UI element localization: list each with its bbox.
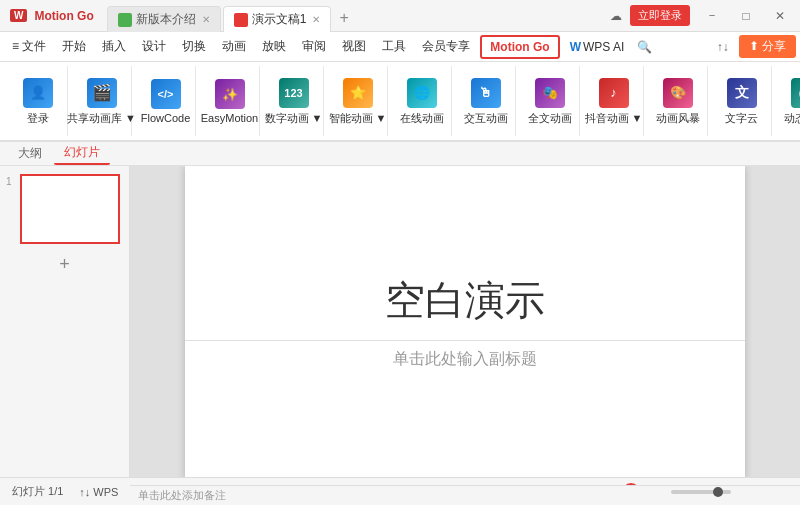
smart-icon: ⭐ (342, 77, 374, 109)
ribbon-group-tiktok: ♪ 抖音动画 ▼ (584, 66, 644, 136)
cloud-icon[interactable]: ☁ (604, 4, 628, 28)
wps-status[interactable]: ↑↓ WPS (75, 484, 122, 500)
wps-ai-label: WPS AI (583, 40, 624, 54)
menu-start[interactable]: 开始 (54, 34, 94, 59)
ribbon-interact-label: 交互动画 (464, 111, 508, 126)
tab-intro-label: 新版本介绍 (136, 11, 196, 28)
ribbon-group-smart: ⭐ 智能动画 ▼ (328, 66, 388, 136)
digit-icon: 123 (278, 77, 310, 109)
smart-icon-box: ⭐ (343, 78, 373, 108)
slide-thumbnail-1[interactable]: 1 (20, 174, 121, 244)
tab-ppt-label: 演示文稿1 (252, 11, 307, 28)
ribbon-group-animstyle: 🎨 动画风暴 (648, 66, 708, 136)
tab-intro[interactable]: 新版本介绍 ✕ (107, 6, 221, 32)
note-bar[interactable]: 单击此处添加备注 (130, 485, 800, 505)
share-icon: ⬆ (749, 39, 759, 53)
ribbon-smart-label: 智能动画 ▼ (329, 111, 387, 126)
slide-thumb-img-1[interactable] (20, 174, 120, 244)
menu-design[interactable]: 设计 (134, 34, 174, 59)
tiktok-icon: ♪ (598, 77, 630, 109)
view-tab-slides[interactable]: 幻灯片 (54, 142, 110, 165)
ribbon-flowcode-btn[interactable]: </> FlowCode (136, 75, 196, 127)
add-tab-button[interactable]: + (333, 5, 354, 31)
motion-go-button[interactable]: Motion Go (480, 35, 559, 59)
view-tab-outline[interactable]: 大纲 (8, 143, 52, 164)
login-label: 立即登录 (638, 9, 682, 21)
ribbon-group-login: 👤 登录 (8, 66, 68, 136)
wps-label: WPS (93, 486, 118, 498)
menu-vip[interactable]: 会员专享 (414, 34, 478, 59)
slide-count-label: 幻灯片 1/1 (12, 484, 63, 499)
ribbon-full-btn[interactable]: 🎭 全文动画 (523, 74, 577, 129)
wps-ai-button[interactable]: W WPS AI (562, 37, 633, 57)
ribbon-digit-label: 数字动画 ▼ (265, 111, 323, 126)
ribbon-animbg-label: 动态着板 (784, 111, 801, 126)
slide-subtitle[interactable]: 单击此处输入副标题 (393, 349, 537, 370)
tab-intro-close[interactable]: ✕ (202, 14, 210, 25)
ribbon-digit-btn[interactable]: 123 数字动画 ▼ (260, 74, 328, 129)
ribbon-interact-btn[interactable]: 🖱 交互动画 (459, 74, 513, 129)
share-lib-icon: 🎬 (86, 77, 118, 109)
online-icon-box: 🌐 (407, 78, 437, 108)
interact-icon: 🖱 (470, 77, 502, 109)
canvas-area: 空白演示 单击此处输入副标题 (130, 166, 800, 477)
tab-ppt-close[interactable]: ✕ (312, 14, 320, 25)
menu-file[interactable]: ≡ 文件 (4, 34, 54, 59)
ribbon-group-wordcloud: 文 文字云 (712, 66, 772, 136)
flowcode-icon: </> (150, 78, 182, 110)
menu-switch[interactable]: 切换 (174, 34, 214, 59)
ribbon-login-label: 登录 (27, 111, 49, 126)
ribbon-animstyle-label: 动画风暴 (656, 111, 700, 126)
ribbon-wordcloud-btn[interactable]: 文 文字云 (718, 74, 766, 129)
menu-slideshow[interactable]: 放映 (254, 34, 294, 59)
zoom-slider[interactable] (671, 490, 731, 494)
menu-bar: ≡ 文件 开始 插入 设计 切换 动画 放映 审阅 视图 工具 会员专享 Mot… (0, 32, 800, 62)
ribbon-tiktok-btn[interactable]: ♪ 抖音动画 ▼ (580, 74, 648, 129)
menu-review[interactable]: 审阅 (294, 34, 334, 59)
ribbon-login-btn[interactable]: 👤 登录 (14, 74, 62, 129)
interact-icon-box: 🖱 (471, 78, 501, 108)
ribbon-animstyle-btn[interactable]: 🎨 动画风暴 (651, 74, 705, 129)
ribbon-group-share-lib: 🎬 共享动画库 ▼ (72, 66, 132, 136)
ribbon-group-digit: 123 数字动画 ▼ (264, 66, 324, 136)
slide-title[interactable]: 空白演示 (385, 273, 545, 328)
share-label: 分享 (762, 39, 786, 53)
menu-view[interactable]: 视图 (334, 34, 374, 59)
tab-ppt-icon (234, 13, 248, 27)
main-area: 1 + 空白演示 单击此处输入副标题 (0, 166, 800, 477)
note-placeholder: 单击此处添加备注 (138, 488, 226, 503)
easymotion-icon-box: ✨ (215, 79, 245, 109)
share-button[interactable]: ⬆ 分享 (739, 35, 796, 58)
ribbon-easymotion-btn[interactable]: ✨ EasyMotion (196, 75, 263, 127)
add-slide-button[interactable]: + (53, 252, 77, 276)
menu-animation[interactable]: 动画 (214, 34, 254, 59)
ribbon-share-lib-btn[interactable]: 🎬 共享动画库 ▼ (62, 74, 141, 129)
tab-ppt[interactable]: 演示文稿1 ✕ (223, 6, 332, 32)
title-bar: W Motion Go 新版本介绍 ✕ 演示文稿1 ✕ + ☁ 立即登录 － □… (0, 0, 800, 32)
slide-count: 幻灯片 1/1 (8, 482, 67, 501)
app-name: Motion Go (30, 8, 97, 24)
ribbon: 👤 登录 🎬 共享动画库 ▼ </> FlowCode ✨ EasyMotion (0, 62, 800, 142)
close-button[interactable]: ✕ (764, 4, 796, 28)
ribbon-share-lib-label: 共享动画库 ▼ (67, 111, 136, 126)
ribbon-smart-btn[interactable]: ⭐ 智能动画 ▼ (324, 74, 392, 129)
animstyle-icon-box: 🎨 (663, 78, 693, 108)
maximize-button[interactable]: □ (730, 4, 762, 28)
full-icon-box: 🎭 (535, 78, 565, 108)
slide-number-1: 1 (6, 176, 12, 187)
menu-insert[interactable]: 插入 (94, 34, 134, 59)
ribbon-group-animbg: 🌊 动态着板 (776, 66, 800, 136)
slide-canvas[interactable]: 空白演示 单击此处输入副标题 (185, 166, 745, 477)
ribbon-group-easymotion: ✨ EasyMotion (200, 66, 260, 136)
login-button[interactable]: 立即登录 (630, 5, 690, 26)
search-icon[interactable]: 🔍 (632, 35, 656, 59)
ribbon-easymotion-label: EasyMotion (201, 112, 258, 124)
minimize-button[interactable]: － (696, 4, 728, 28)
menu-tools[interactable]: 工具 (374, 34, 414, 59)
right-controls: ↑↓ ⬆ 分享 (711, 35, 796, 59)
ribbon-wordcloud-label: 文字云 (725, 111, 758, 126)
wordcloud-icon: 文 (726, 77, 758, 109)
sync-icon[interactable]: ↑↓ (711, 35, 735, 59)
ribbon-online-btn[interactable]: 🌐 在线动画 (395, 74, 449, 129)
ribbon-animbg-btn[interactable]: 🌊 动态着板 (779, 74, 801, 129)
